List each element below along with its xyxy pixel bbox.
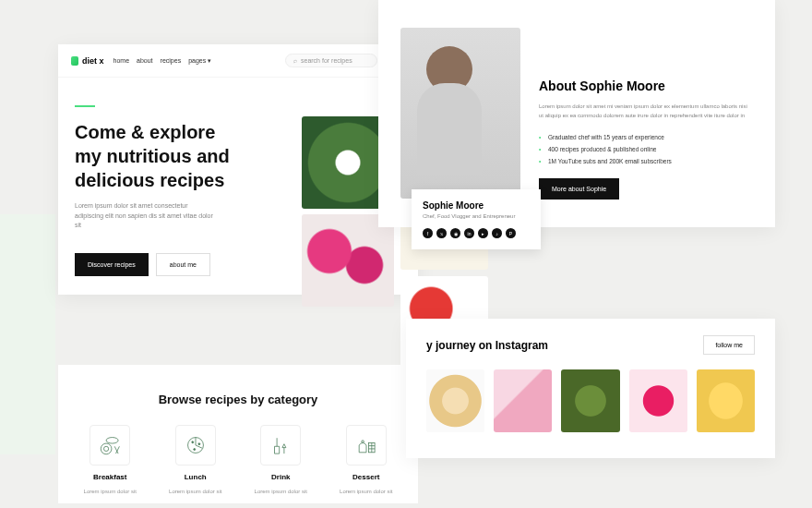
nav-links: home about recipes pages ▾	[113, 57, 212, 65]
dessert-icon	[346, 425, 387, 466]
svg-point-7	[362, 441, 364, 443]
profile-role: Chef, Food Vlogger and Entrepreneur	[423, 213, 530, 219]
nav-home[interactable]: home	[113, 57, 130, 65]
category-label: Lunch	[185, 473, 207, 481]
category-label: Dessert	[352, 473, 379, 481]
brand-name: diet x	[82, 56, 104, 66]
instagram-card: y journey on Instagram follow me	[406, 319, 775, 458]
svg-point-5	[198, 443, 200, 445]
aboutme-button[interactable]: about me	[156, 253, 210, 276]
lunch-icon	[175, 425, 216, 466]
about-bullets: Graduated chef with 15 years of experien…	[539, 131, 749, 167]
category-sub: Lorem ipsum dolor sit	[84, 489, 137, 494]
twitter-icon[interactable]: 𝕩	[436, 228, 447, 238]
pinterest-icon[interactable]: P	[506, 228, 516, 238]
about-content: About Sophie Moore Lorem ipsum dolor sit…	[539, 28, 749, 200]
portrait-image	[400, 28, 520, 199]
svg-point-4	[192, 441, 194, 443]
category-label: Breakfast	[93, 473, 126, 481]
category-dessert[interactable]: Dessert Lorem ipsum dolor sit	[340, 425, 392, 494]
drink-icon	[260, 425, 301, 466]
profile-card: Sophie Moore Chef, Food Vlogger and Entr…	[412, 189, 541, 249]
more-about-button[interactable]: More about Sophie	[539, 178, 619, 200]
instagram-image[interactable]	[494, 369, 552, 432]
nav-recipes[interactable]: recipes	[161, 57, 182, 65]
nav-pages[interactable]: pages ▾	[188, 57, 211, 65]
instagram-image[interactable]	[629, 369, 687, 432]
browse-section: Browse recipes by category Breakfast Lor…	[58, 365, 418, 503]
facebook-icon[interactable]: f	[423, 228, 433, 238]
hero-title: Come & explore my nutritious and delicio…	[75, 120, 241, 192]
category-sub: Lorem ipsum dolor sit	[255, 489, 307, 494]
social-links: f 𝕩 ◉ in ▸ ♪ P	[423, 228, 530, 238]
about-title: About Sophie Moore	[539, 79, 749, 93]
about-text: Lorem ipsum dolor sit amet mi veniam ips…	[539, 103, 749, 120]
logo[interactable]: diet x	[71, 56, 104, 66]
hero-section: Come & explore my nutritious and delicio…	[58, 78, 418, 295]
accent-line	[75, 105, 95, 107]
hero-subtitle: Lorem ipsum dolor sit amet consectetur a…	[75, 201, 213, 231]
svg-point-1	[101, 443, 112, 454]
youtube-icon[interactable]: ▸	[478, 228, 488, 238]
instagram-title: y journey on Instagram	[426, 339, 548, 352]
svg-point-0	[106, 438, 118, 444]
follow-button[interactable]: follow me	[703, 335, 755, 355]
category-sub: Lorem ipsum dolor sit	[340, 489, 392, 494]
instagram-image[interactable]	[697, 369, 755, 432]
profile-name: Sophie Moore	[423, 200, 530, 211]
navbar: diet x home about recipes pages ▾ ⌕ sear…	[58, 44, 418, 78]
category-lunch[interactable]: Lunch Lorem ipsum dolor sit	[169, 425, 221, 494]
bullet-item: 1M YouTube subs and 200K email subscribe…	[539, 155, 749, 167]
about-card: Sophie Moore Chef, Food Vlogger and Entr…	[378, 0, 775, 227]
instagram-image[interactable]	[426, 369, 484, 432]
search-input[interactable]: ⌕ search for recipes	[285, 54, 377, 67]
logo-icon	[71, 56, 78, 66]
browse-title: Browse recipes by category	[58, 393, 418, 406]
bullet-item: Graduated chef with 15 years of experien…	[539, 131, 749, 143]
breakfast-icon	[90, 425, 130, 466]
tiktok-icon[interactable]: ♪	[492, 228, 502, 238]
category-drink[interactable]: Drink Lorem ipsum dolor sit	[255, 425, 307, 494]
svg-point-6	[193, 449, 195, 451]
svg-point-2	[104, 446, 109, 451]
food-image	[302, 214, 394, 307]
search-icon: ⌕	[293, 57, 297, 64]
nav-about[interactable]: about	[137, 57, 153, 65]
hero-card: diet x home about recipes pages ▾ ⌕ sear…	[58, 44, 418, 295]
instagram-icon[interactable]: ◉	[450, 228, 460, 238]
discover-button[interactable]: Discover recipes	[75, 253, 149, 276]
search-placeholder: search for recipes	[301, 57, 352, 64]
category-label: Drink	[271, 473, 290, 481]
category-breakfast[interactable]: Breakfast Lorem ipsum dolor sit	[84, 425, 137, 494]
instagram-image[interactable]	[561, 369, 619, 432]
linkedin-icon[interactable]: in	[464, 228, 474, 238]
instagram-grid	[426, 369, 755, 432]
category-sub: Lorem ipsum dolor sit	[169, 489, 221, 494]
bullet-item: 400 recipes produced & published online	[539, 143, 749, 155]
